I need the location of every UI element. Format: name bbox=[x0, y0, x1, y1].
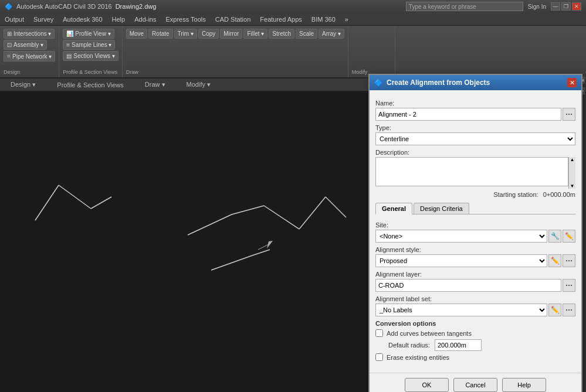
alignment-label-set-select[interactable]: _No Labels bbox=[375, 304, 547, 316]
section-draw-label[interactable]: Draw ▾ bbox=[140, 81, 170, 88]
menu-addins[interactable]: Add-ins bbox=[130, 13, 161, 25]
ribbon-group-profile: 📊Profile View ▾ ≡Sample Lines ▾ ▤Section… bbox=[59, 26, 122, 77]
dialog-title-left: 🔷 Create Alignment from Objects bbox=[374, 79, 490, 87]
svg-line-0 bbox=[35, 185, 59, 220]
svg-line-3 bbox=[188, 214, 232, 235]
name-input[interactable] bbox=[375, 108, 561, 121]
menu-help[interactable]: Help bbox=[107, 13, 130, 25]
profile-view-icon: 📊 bbox=[66, 30, 73, 37]
window-controls[interactable]: — ❐ ✕ bbox=[551, 2, 581, 11]
svg-line-2 bbox=[91, 197, 111, 209]
menu-overflow[interactable]: » bbox=[340, 13, 353, 25]
alignment-label-set-pick-btn[interactable]: ⋯ bbox=[563, 304, 575, 316]
scroll-up-btn[interactable]: ▲ bbox=[569, 157, 575, 162]
svg-line-6 bbox=[299, 197, 326, 229]
default-radius-row: Default radius: bbox=[388, 339, 575, 351]
profile-section-group-label: Profile & Section Views bbox=[63, 68, 117, 75]
name-browse-btn[interactable]: ⋯ bbox=[563, 108, 575, 121]
description-scrollbar[interactable]: ▲ ▼ bbox=[568, 157, 575, 189]
menu-express-tools[interactable]: Express Tools bbox=[161, 13, 210, 25]
sign-in-btn[interactable]: Sign In bbox=[528, 4, 546, 10]
ribbon-group-draw: Move Rotate Trim ▾ Copy Mirror Fillet ▾ … bbox=[123, 26, 348, 77]
title-bar: 🔷 Autodesk AutoCAD Civil 3D 2016 Drawing… bbox=[0, 0, 586, 13]
alignment-layer-row: ⋯ bbox=[375, 279, 575, 292]
svg-line-7 bbox=[326, 197, 346, 217]
help-button[interactable]: Help bbox=[502, 378, 546, 392]
section-design-label[interactable]: Design ▾ bbox=[6, 81, 40, 88]
type-select[interactable]: Centerline Offset Curb Return Miscellane… bbox=[375, 132, 575, 145]
erase-existing-label: Erase existing entities bbox=[387, 354, 449, 361]
tab-design-criteria[interactable]: Design Criteria bbox=[414, 203, 469, 214]
alignment-style-edit-btn[interactable]: ✏️ bbox=[548, 254, 561, 267]
ribbon-btn-copy[interactable]: Copy bbox=[198, 29, 219, 39]
tab-general[interactable]: General bbox=[375, 203, 412, 214]
svg-line-8 bbox=[211, 255, 252, 270]
alignment-label-set-row: _No Labels ✏️ ⋯ bbox=[375, 304, 575, 316]
search-placeholder: Type a keyword or phrase bbox=[409, 4, 476, 10]
ribbon-btn-trim[interactable]: Trim ▾ bbox=[174, 29, 197, 39]
menu-cad-station[interactable]: CAD Station bbox=[211, 13, 256, 25]
ribbon-btn-section-views[interactable]: ▤Section Views ▾ bbox=[63, 51, 118, 61]
ribbon-btn-stretch[interactable]: Stretch bbox=[269, 29, 294, 39]
cancel-button[interactable]: Cancel bbox=[453, 378, 497, 392]
site-edit-btn[interactable]: ✏️ bbox=[563, 230, 575, 243]
add-curves-checkbox[interactable] bbox=[375, 329, 383, 337]
ribbon-btn-intersections[interactable]: ⊞Intersections ▾ bbox=[4, 29, 55, 39]
dialog-title-bar: 🔷 Create Alignment from Objects ✕ bbox=[370, 75, 581, 90]
alignment-layer-browse-btn[interactable]: ⋯ bbox=[563, 279, 575, 292]
section-profile-section-label[interactable]: Profile & Section Views bbox=[52, 81, 128, 88]
minimize-btn[interactable]: — bbox=[551, 2, 560, 11]
ribbon-btn-assembly[interactable]: ⊡Assembly ▾ bbox=[4, 40, 47, 50]
default-radius-input[interactable] bbox=[435, 339, 482, 351]
draw-group-label: Draw bbox=[126, 68, 138, 75]
description-input[interactable] bbox=[375, 157, 568, 186]
site-new-btn[interactable]: 🔧 bbox=[548, 230, 561, 243]
menu-autodesk360[interactable]: Autodesk 360 bbox=[58, 13, 107, 25]
alignment-style-select[interactable]: Proposed bbox=[375, 254, 547, 267]
ribbon-btn-profile-view[interactable]: 📊Profile View ▾ bbox=[63, 29, 114, 39]
erase-existing-row: Erase existing entities bbox=[375, 353, 575, 361]
menu-bar: Output Survey Autodesk 360 Help Add-ins … bbox=[0, 13, 586, 26]
ribbon-btn-fillet[interactable]: Fillet ▾ bbox=[243, 29, 267, 39]
drawing-area[interactable] bbox=[0, 91, 370, 392]
alignment-style-label: Alignment style: bbox=[375, 246, 575, 253]
sample-lines-icon: ≡ bbox=[66, 42, 70, 48]
scroll-down-btn[interactable]: ▼ bbox=[569, 183, 575, 189]
section-modify-label[interactable]: Modify ▾ bbox=[182, 81, 215, 88]
alignment-style-row: Proposed ✏️ ⋯ bbox=[375, 254, 575, 267]
ribbon-btn-rotate[interactable]: Rotate bbox=[148, 29, 172, 39]
menu-featured-apps[interactable]: Featured Apps bbox=[255, 13, 307, 25]
menu-output[interactable]: Output bbox=[0, 13, 29, 25]
ribbon-btn-pipe-network[interactable]: ⌗Pipe Network ▾ bbox=[4, 51, 55, 62]
title-bar-right: Type a keyword or phrase Sign In — ❐ ✕ bbox=[406, 2, 581, 11]
dialog-body: Name: ⋯ Type: Centerline Offset Curb Ret… bbox=[370, 90, 581, 369]
alignment-label-set-edit-btn[interactable]: ✏️ bbox=[548, 304, 561, 316]
restore-btn[interactable]: ❐ bbox=[561, 2, 571, 11]
ribbon-btn-scale[interactable]: Scale bbox=[296, 29, 317, 39]
ribbon-btn-move[interactable]: Move bbox=[126, 29, 147, 39]
alignment-style-pick-btn[interactable]: ⋯ bbox=[563, 254, 575, 267]
dialog-title: Create Alignment from Objects bbox=[387, 79, 490, 87]
erase-existing-checkbox[interactable] bbox=[375, 353, 383, 361]
add-curves-row: Add curves between tangents bbox=[375, 329, 575, 337]
dialog-close-btn[interactable]: ✕ bbox=[567, 78, 577, 87]
alignment-layer-input[interactable] bbox=[375, 279, 561, 292]
modify-group-label: Modify bbox=[352, 68, 368, 75]
alignment-label-set-label: Alignment label set: bbox=[375, 295, 575, 302]
search-box[interactable]: Type a keyword or phrase bbox=[406, 2, 523, 11]
site-label: Site: bbox=[375, 221, 575, 229]
ok-button[interactable]: OK bbox=[405, 378, 449, 392]
ribbon: ⊞Intersections ▾ ⊡Assembly ▾ ⌗Pipe Netwo… bbox=[0, 26, 586, 79]
ribbon-btn-mirror[interactable]: Mirror bbox=[220, 29, 242, 39]
app-icon: 🔷 bbox=[5, 3, 13, 11]
description-container: ▲ ▼ bbox=[375, 157, 575, 189]
close-btn[interactable]: ✕ bbox=[572, 2, 581, 11]
alignment-layer-label: Alignment layer: bbox=[375, 271, 575, 278]
default-radius-label: Default radius: bbox=[388, 342, 430, 349]
ribbon-btn-array[interactable]: Array ▾ bbox=[319, 29, 344, 39]
ribbon-btn-sample-lines[interactable]: ≡Sample Lines ▾ bbox=[63, 40, 115, 50]
menu-survey[interactable]: Survey bbox=[29, 13, 58, 25]
name-row: ⋯ bbox=[375, 108, 575, 121]
site-select[interactable]: <None> bbox=[375, 230, 547, 243]
menu-bim360[interactable]: BIM 360 bbox=[307, 13, 340, 25]
